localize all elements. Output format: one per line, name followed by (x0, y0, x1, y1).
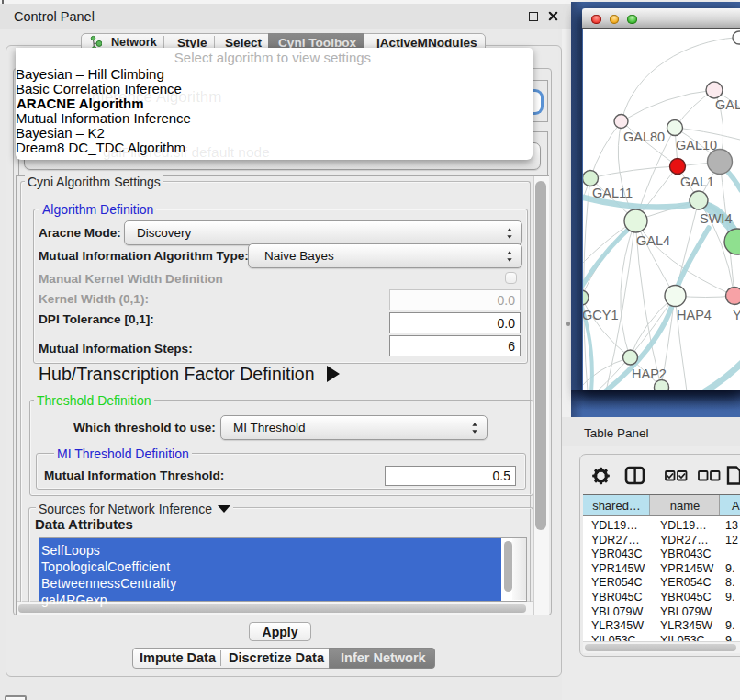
svg-text:GAL4: GAL4 (636, 233, 670, 248)
svg-text:HAP2: HAP2 (632, 367, 667, 381)
svg-text:GAL: GAL (715, 97, 740, 112)
svg-text:GAL10: GAL10 (676, 138, 717, 152)
svg-text:GAL1: GAL1 (680, 175, 714, 189)
svg-text:GAL11: GAL11 (592, 186, 633, 200)
svg-text:Y: Y (733, 308, 740, 322)
svg-text:GAL80: GAL80 (623, 130, 665, 144)
svg-text:SWI4: SWI4 (700, 211, 732, 226)
svg-text:HAP4: HAP4 (677, 308, 712, 322)
svg-text:GCY1: GCY1 (583, 308, 619, 322)
